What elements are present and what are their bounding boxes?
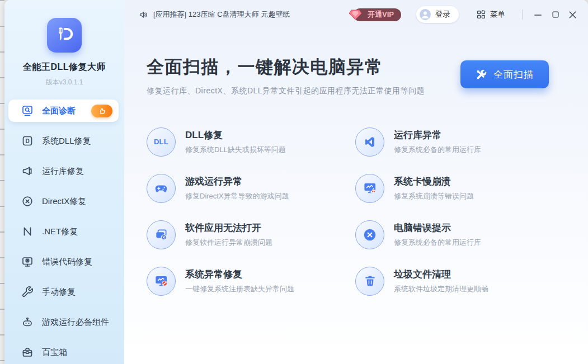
thumb-up-badge bbox=[91, 105, 112, 117]
feature-pc-error-prompt[interactable]: 电脑错误提示 修复系统必备的常用运行库 bbox=[355, 211, 588, 258]
sidebar-item-label: 错误代码修复 bbox=[42, 257, 92, 267]
manual-wrench-icon bbox=[21, 286, 34, 298]
app-version: 版本v3.0.1.1 bbox=[4, 78, 124, 87]
announcement: [应用推荐] 123压缩 C盘清理大师 元趣壁纸 bbox=[139, 10, 290, 20]
sidebar-item-runtime-repair[interactable]: 运行库修复 bbox=[8, 160, 119, 182]
diamond-icon bbox=[349, 9, 362, 21]
circle-x-icon bbox=[355, 220, 384, 249]
sidebar-item-label: .NET修复 bbox=[42, 226, 78, 237]
feature-system-abnormal-repair[interactable]: 系统异常修复 一键修复系统注册表缺失异常问题 bbox=[147, 258, 355, 304]
avatar-icon bbox=[420, 9, 431, 20]
topbar: [应用推荐] 123压缩 C盘清理大师 元趣壁纸 开通VIP bbox=[124, 0, 588, 29]
maximize-button[interactable] bbox=[547, 6, 564, 23]
feature-system-crash[interactable]: 系统卡慢崩溃 修复系统崩溃等错误问题 bbox=[355, 165, 588, 211]
app-logo bbox=[47, 18, 82, 53]
game-components-icon bbox=[21, 316, 34, 328]
feature-app-wont-open[interactable]: 软件应用无法打开 修复软件运行异常崩溃问题 bbox=[147, 211, 355, 258]
close-button[interactable] bbox=[564, 6, 581, 23]
feature-title: 游戏运行异常 bbox=[185, 175, 289, 188]
feature-title: 系统卡慢崩溃 bbox=[394, 175, 474, 188]
scan-diagnose-icon bbox=[21, 105, 34, 117]
feature-desc: 修复系统必备的常用运行库 bbox=[394, 145, 481, 155]
menu-button[interactable]: 菜单 bbox=[473, 9, 509, 20]
feature-grid: DLL DLL修复 修复系统DLL缺失或损坏等问题 运行库异常 修复系统必备的常… bbox=[124, 119, 588, 304]
sidebar-item-label: DirectX修复 bbox=[42, 196, 86, 207]
feature-desc: 一键修复系统注册表缺失异常问题 bbox=[185, 284, 294, 294]
dll-badge-icon: DLL bbox=[147, 127, 176, 157]
feature-title: 垃圾文件清理 bbox=[394, 268, 488, 281]
close-icon bbox=[568, 11, 577, 19]
feature-game-abnormal[interactable]: 游戏运行异常 修复DirectX异常导致的游戏问题 bbox=[147, 165, 355, 211]
app-window: 全能王DLL修复大师 版本v3.0.1.1 全面诊断 bbox=[4, 0, 588, 364]
login-label: 登录 bbox=[435, 10, 450, 20]
feature-desc: 系统软件垃圾定期清理更顺畅 bbox=[394, 284, 488, 294]
dotnet-icon bbox=[21, 225, 34, 238]
feature-desc: 修复系统崩溃等错误问题 bbox=[394, 191, 474, 201]
sidebar-item-label: 全面诊断 bbox=[42, 106, 76, 116]
minimize-button[interactable] bbox=[529, 6, 547, 23]
apps-grid-icon bbox=[476, 10, 486, 20]
feature-title: 软件应用无法打开 bbox=[185, 221, 272, 234]
feature-title: DLL修复 bbox=[185, 129, 286, 141]
trash-icon bbox=[355, 267, 384, 296]
monitor-block-icon bbox=[147, 267, 176, 296]
feature-desc: 修复软件运行异常崩溃问题 bbox=[185, 238, 272, 248]
sidebar-item-directx-repair[interactable]: DirectX修复 bbox=[8, 190, 119, 212]
thumb-up-icon bbox=[98, 107, 106, 115]
sidebar-item-full-diagnose[interactable]: 全面诊断 bbox=[8, 100, 119, 122]
feature-title: 运行库异常 bbox=[394, 129, 481, 141]
sidebar-item-treasure-box[interactable]: 百宝箱 bbox=[8, 341, 119, 363]
sidebar: 全能王DLL修复大师 版本v3.0.1.1 全面诊断 bbox=[4, 0, 124, 364]
feature-title: 电脑错误提示 bbox=[394, 221, 481, 234]
crossed-tools-icon bbox=[476, 69, 487, 81]
toolbox-icon bbox=[21, 346, 34, 358]
app-name: 全能王DLL修复大师 bbox=[4, 62, 124, 73]
sidebar-item-error-code-repair[interactable]: 错误代码修复 bbox=[8, 250, 119, 273]
desktop-edge-strip bbox=[0, 0, 4, 364]
sidebar-item-label: 系统DLL修复 bbox=[42, 136, 91, 146]
sidebar-item-label: 游戏运行必备组件 bbox=[42, 317, 109, 328]
feature-title: 系统异常修复 bbox=[185, 268, 294, 281]
feature-desc: 修复DirectX异常导致的游戏问题 bbox=[185, 191, 289, 201]
feature-runtime-abnormal[interactable]: 运行库异常 修复系统必备的常用运行库 bbox=[355, 119, 588, 165]
open-vip-button[interactable]: 开通VIP bbox=[354, 8, 401, 21]
announcement-text: [应用推荐] 123压缩 C盘清理大师 元趣壁纸 bbox=[153, 10, 290, 20]
gamepad-icon bbox=[147, 174, 176, 203]
topbar-divider bbox=[522, 10, 523, 20]
speaker-icon bbox=[139, 10, 148, 20]
system-dll-icon: D bbox=[21, 135, 34, 147]
menu-label: 菜单 bbox=[490, 10, 505, 20]
app-windows-close-icon bbox=[147, 220, 176, 249]
feature-junk-clean[interactable]: 垃圾文件清理 系统软件垃圾定期清理更顺畅 bbox=[355, 258, 588, 304]
sidebar-item-label: 手动修复 bbox=[42, 287, 76, 297]
full-scan-button[interactable]: 全面扫描 bbox=[460, 60, 549, 88]
feature-desc: 修复系统必备的常用运行库 bbox=[394, 238, 481, 248]
login-button[interactable]: 登录 bbox=[416, 6, 459, 23]
open-vip-label: 开通VIP bbox=[368, 10, 394, 20]
svg-text:D: D bbox=[25, 138, 29, 144]
sidebar-item-label: 运行库修复 bbox=[42, 166, 84, 177]
sidebar-menu: 全面诊断 D 系统DLL修复 bbox=[4, 100, 124, 363]
maximize-icon bbox=[553, 12, 558, 17]
runtime-library-icon bbox=[21, 165, 34, 177]
main-panel: [应用推荐] 123压缩 C盘清理大师 元趣壁纸 开通VIP bbox=[124, 0, 588, 364]
dll-text: DLL bbox=[154, 138, 168, 146]
feature-dll-repair[interactable]: DLL DLL修复 修复系统DLL缺失或损坏等问题 bbox=[147, 119, 355, 165]
directx-icon bbox=[21, 195, 34, 207]
monitor-warning-icon bbox=[355, 174, 384, 203]
sidebar-item-system-dll[interactable]: D 系统DLL修复 bbox=[8, 130, 119, 152]
full-scan-label: 全面扫描 bbox=[493, 68, 534, 81]
sidebar-item-game-components[interactable]: 游戏运行必备组件 bbox=[8, 311, 119, 333]
topbar-right: 开通VIP 登录 bbox=[354, 6, 581, 23]
sidebar-item-label: 百宝箱 bbox=[42, 347, 67, 358]
error-code-icon bbox=[21, 256, 34, 268]
dll-logo-icon bbox=[53, 23, 76, 47]
sidebar-item-dotnet-repair[interactable]: .NET修复 bbox=[8, 220, 119, 243]
sidebar-item-manual-repair[interactable]: 手动修复 bbox=[8, 281, 119, 303]
feature-desc: 修复系统DLL缺失或损坏等问题 bbox=[185, 145, 286, 155]
runtime-flag-icon bbox=[355, 127, 384, 157]
